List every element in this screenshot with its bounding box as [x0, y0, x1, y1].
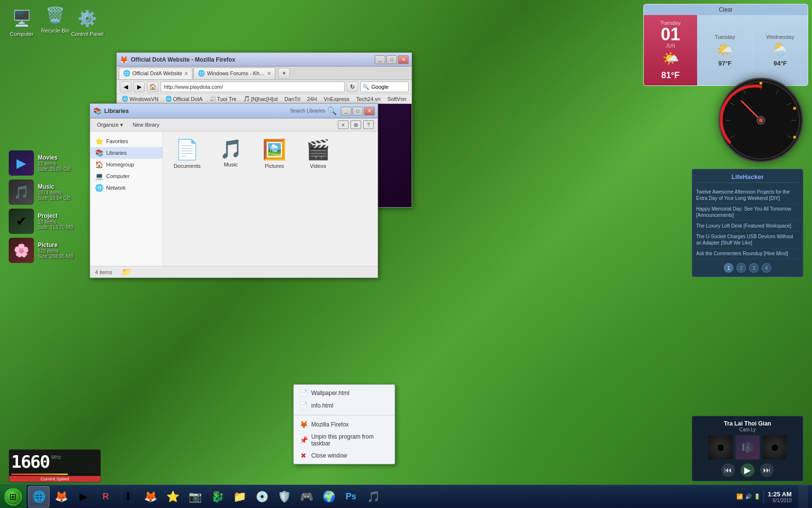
taskbar-firefox[interactable]: 🦊 — [50, 486, 72, 508]
ctx-info[interactable]: 📄 info.html — [294, 399, 395, 412]
bookmark-windowsvn[interactable]: 🌐 WindowsVN — [120, 95, 160, 102]
bookmark-24h[interactable]: 24H — [305, 96, 318, 102]
tray-battery[interactable]: 🔋 — [754, 493, 761, 500]
media-item-picture[interactable]: 🌸 Picture 528 items Size: 298.95 MB — [9, 238, 84, 263]
view-icon-button[interactable]: ⊞ — [350, 120, 361, 129]
tray-volume[interactable]: 🔊 — [745, 493, 752, 500]
network-icon: 🌐 — [95, 184, 103, 192]
explorer-maximize[interactable]: □ — [352, 107, 363, 115]
desktop-icon-computer[interactable]: 🖥️ Computer — [2, 5, 41, 39]
lh-tab-1[interactable]: 1 — [724, 263, 733, 273]
firefox-titlebar[interactable]: 🦊 Official DotA Website - Mozilla Firefo… — [117, 53, 412, 66]
weather-today[interactable]: Tuesday 01 JUN 🌤️ 81°F — [644, 15, 697, 85]
next-button[interactable]: ⏭ — [760, 463, 774, 477]
explorer-close[interactable]: ✕ — [364, 107, 375, 115]
refresh-button[interactable]: ↻ — [347, 82, 358, 92]
lh-article-5[interactable]: Ask the Commenters Roundup [Hive Mind] — [696, 248, 799, 259]
bookmark-dantri[interactable]: DanTri — [283, 96, 303, 102]
back-button[interactable]: ◀ — [120, 82, 131, 92]
new-library-label: New library — [133, 122, 159, 128]
desktop-icon-control-panel[interactable]: ⚙️ Control Panel — [68, 5, 107, 39]
organize-button[interactable]: Organize ▾ — [94, 121, 126, 129]
minimize-button[interactable]: _ — [375, 55, 385, 64]
cpu-bar-fill — [11, 474, 68, 475]
media-item-project[interactable]: ✔ Project 13 items Size: 113.70 MB — [9, 209, 84, 234]
ctx-close[interactable]: ✖ Close window — [294, 449, 395, 462]
folder-pictures[interactable]: 🖼️ Pictures — [255, 136, 294, 171]
start-button[interactable]: ⊞ — [0, 485, 26, 508]
unpin-label: Unpin this program from taskbar — [311, 433, 389, 447]
sidebar-item-computer[interactable]: 💻 Computer — [90, 170, 162, 182]
prev-button[interactable]: ⏮ — [721, 463, 735, 477]
taskbar-app-folder[interactable]: 📁 — [229, 486, 250, 508]
show-desktop-button[interactable] — [798, 485, 808, 508]
computer-icon: 🖥️ — [10, 7, 33, 30]
maximize-button[interactable]: □ — [386, 55, 397, 64]
bookmark-vnexpress[interactable]: VnExpress — [322, 96, 351, 102]
system-clock[interactable]: 1:25 AM 6/1/2010 — [764, 491, 796, 503]
taskbar-app-star[interactable]: ⭐ — [162, 486, 183, 508]
close-button[interactable]: ✕ — [398, 55, 409, 64]
forecast-wednesday[interactable]: Wednesday 🌦️ 94°F — [752, 30, 808, 71]
lh-article-1[interactable]: Twelve Awesome Afternoon Projects for th… — [696, 187, 799, 204]
tab-close-forums[interactable]: ✕ — [267, 71, 271, 76]
url-bar[interactable]: http://www.playdota.com/ — [160, 82, 345, 92]
lh-article-3[interactable]: The Luxury Loft Desk [Featured Workspace… — [696, 221, 799, 231]
taskbar-app-ps[interactable]: Ps — [340, 486, 362, 508]
ctx-unpin[interactable]: 📌 Unpin this program from taskbar — [294, 431, 395, 449]
taskbar-app-camera[interactable]: 📷 — [184, 486, 206, 508]
explorer-titlebar[interactable]: 📚 Libraries Search Libraries 🔍 _ □ ✕ — [90, 104, 378, 118]
taskbar-app-cd[interactable]: 💿 — [251, 486, 272, 508]
bookmark-softvnn[interactable]: SoftVnn — [385, 96, 408, 102]
sidebar-item-network[interactable]: 🌐 Network — [90, 182, 162, 194]
taskbar-ie[interactable]: 🌐 — [28, 486, 49, 508]
folder-videos[interactable]: 🎬 Videos — [299, 136, 337, 171]
new-library-button[interactable]: New library — [130, 121, 162, 129]
sidebar-item-favorites[interactable]: ⭐ Favorites — [90, 135, 162, 147]
videos-label: Videos — [310, 163, 326, 169]
computer-label: Computer — [10, 31, 33, 37]
sidebar-item-libraries[interactable]: 📚 Libraries — [90, 147, 162, 159]
lh-tab-2[interactable]: 2 — [736, 263, 746, 273]
bookmark-dota[interactable]: 🌐 Official DotA — [163, 95, 205, 102]
taskbar-app-dragon[interactable]: 🐉 — [207, 486, 228, 508]
search-bar[interactable]: 🔍 Google — [360, 82, 409, 92]
lh-tab-4[interactable]: 4 — [762, 263, 771, 273]
tab-dota[interactable]: 🌐 Official DotA Website ✕ — [119, 67, 192, 79]
lh-article-2[interactable]: Happy Memorial Day: See You All Tomorrow… — [696, 204, 799, 221]
taskbar-media-player[interactable]: ▶ — [73, 486, 94, 508]
explorer-minimize[interactable]: _ — [341, 107, 351, 115]
ctx-firefox[interactable]: 🦊 Mozilla Firefox — [294, 418, 395, 431]
taskbar-app-music[interactable]: 🎵 — [363, 486, 384, 508]
media-item-music[interactable]: 🎵 Music 1874 items Size: 10.54 GB — [9, 180, 84, 205]
tray-network[interactable]: 📶 — [736, 493, 743, 500]
bookmark-tuoitre[interactable]: 📰 Tuoi Tre — [207, 95, 239, 102]
play-button[interactable]: ▶ — [741, 463, 754, 477]
forward-button[interactable]: ▶ — [133, 82, 145, 92]
taskbar-app-fox[interactable]: 🦊 — [140, 486, 161, 508]
taskbar-app-r[interactable]: R — [95, 486, 116, 508]
folder-music[interactable]: 🎵 Music — [211, 136, 250, 171]
taskbar-app-antivirus[interactable]: 🛡️ — [273, 486, 295, 508]
bookmark-tech24[interactable]: Tech24.vn — [354, 96, 382, 102]
home-button[interactable]: 🏠 — [147, 82, 159, 92]
ctx-wallpaper[interactable]: 📄 Wallpaper.html — [294, 387, 395, 399]
taskbar-app-down[interactable]: ⬇ — [117, 486, 139, 508]
tab-close-dota[interactable]: ✕ — [184, 71, 188, 76]
bookmark-icon-nh: 🎵 — [243, 96, 250, 102]
bookmark-nhachot[interactable]: 🎵 [N]hac[H]ot — [241, 95, 280, 102]
search-libraries-icon: 🔍 — [327, 106, 337, 115]
help-button[interactable]: ? — [363, 120, 374, 129]
explorer-search[interactable]: Search Libraries 🔍 — [290, 106, 337, 115]
folder-documents[interactable]: 📄 Documents — [168, 136, 207, 171]
lh-tab-3[interactable]: 3 — [749, 263, 759, 273]
taskbar-app-game[interactable]: 🎮 — [296, 486, 317, 508]
new-tab-button[interactable]: + — [278, 68, 290, 79]
media-item-movies[interactable]: ▶ Movies 22 items Size: 15.05 GB — [9, 150, 84, 176]
tab-forums[interactable]: 🌐 Windows Forums - Khởi nguồn cón... ✕ — [193, 67, 275, 79]
sidebar-item-homegroup[interactable]: 🏠 Homegroup — [90, 159, 162, 170]
lh-article-4[interactable]: The U-Socket Charges USB Devices Without… — [696, 231, 799, 248]
forecast-tuesday[interactable]: Tuesday 🌤️ 97°F — [697, 30, 752, 71]
view-list-button[interactable]: ≡ — [338, 120, 349, 129]
taskbar-app-globe[interactable]: 🌍 — [318, 486, 339, 508]
